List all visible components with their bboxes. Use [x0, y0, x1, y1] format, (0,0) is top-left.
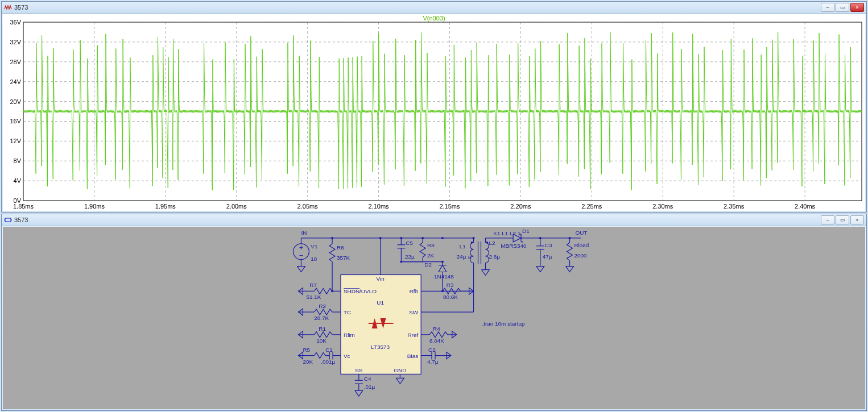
- pin-TC: TC: [344, 309, 351, 315]
- ground-icon: [396, 374, 404, 384]
- label: C3: [545, 242, 552, 248]
- component-Rload[interactable]: Rload 2000: [566, 238, 589, 272]
- schematic-titlebar[interactable]: 3573 – ▭ ×: [2, 214, 866, 226]
- svg-text:2.35ms: 2.35ms: [724, 203, 745, 210]
- label: L2: [489, 240, 495, 246]
- svg-text:2.20ms: 2.20ms: [510, 203, 531, 210]
- value: 47µ: [543, 253, 552, 260]
- label: R3: [447, 282, 454, 288]
- pin-SHDN: SHDN/UVLO: [344, 288, 377, 294]
- svg-text:2.15ms: 2.15ms: [439, 203, 460, 210]
- close-button[interactable]: ×: [850, 215, 864, 224]
- schematic-canvas[interactable]: Vin SHDN/UVLO TC Rlim Vc SS GND Bias Rre…: [3, 227, 865, 409]
- label: R4: [433, 326, 440, 332]
- net-IN[interactable]: IN: [301, 230, 307, 236]
- net-OUT[interactable]: OUT: [575, 230, 587, 236]
- svg-point-73: [441, 261, 444, 263]
- pin-Rlim: Rlim: [344, 332, 355, 338]
- label: L1: [460, 243, 466, 249]
- svg-text:24V: 24V: [10, 78, 21, 85]
- value: 80.6K: [443, 294, 458, 300]
- waveform-plot[interactable]: 0V4V8V12V16V20V24V28V32V36V1.85ms1.90ms1…: [3, 14, 865, 211]
- pin-Rfb: Rfb: [410, 288, 419, 294]
- component-C2[interactable]: C2 4.7µ: [421, 347, 451, 365]
- component-R1[interactable]: R1 10K: [298, 326, 341, 344]
- value: 24µ: [457, 253, 466, 260]
- value: 6.04K: [429, 338, 444, 344]
- label: D2: [424, 261, 432, 268]
- minimize-button[interactable]: –: [821, 3, 834, 12]
- svg-text:2.40ms: 2.40ms: [795, 203, 816, 210]
- svg-text:16V: 16V: [10, 118, 21, 124]
- component-C4[interactable]: C4 .01µ: [355, 374, 375, 396]
- pin-Rref: Rref: [407, 332, 418, 338]
- spice-directive[interactable]: .tran 10m startup: [482, 321, 524, 327]
- waveform-window: 3573 – ▭ × V(n003) 0V4V8V12V16V20V24V28V…: [1, 1, 867, 213]
- label: R7: [309, 282, 317, 288]
- svg-text:2.05ms: 2.05ms: [297, 203, 319, 210]
- svg-text:12V: 12V: [10, 138, 21, 144]
- svg-text:1.85ms: 1.85ms: [13, 203, 34, 210]
- component-R2[interactable]: R2 28.7K: [298, 303, 341, 321]
- label: R6: [337, 244, 344, 251]
- svg-text:20V: 20V: [10, 98, 21, 105]
- component-L2[interactable]: L2 2.6µ: [481, 238, 500, 276]
- maximize-button[interactable]: ▭: [836, 3, 849, 12]
- schematic-icon: [4, 217, 12, 223]
- pin-Vin: Vin: [377, 276, 385, 282]
- svg-text:28V: 28V: [10, 59, 21, 65]
- waveform-titlebar[interactable]: 3573 – ▭ ×: [2, 2, 866, 14]
- value: 4.7µ: [427, 359, 439, 365]
- minimize-button[interactable]: –: [821, 215, 834, 224]
- trace-legend[interactable]: V(n003): [423, 15, 445, 22]
- svg-text:36V: 36V: [10, 19, 21, 26]
- svg-text:2.25ms: 2.25ms: [581, 203, 602, 210]
- schematic-drawing[interactable]: Vin SHDN/UVLO TC Rlim Vc SS GND Bias Rre…: [3, 227, 865, 409]
- plot-area[interactable]: V(n003) 0V4V8V12V16V20V24V28V32V36V1.85m…: [3, 14, 865, 211]
- pin-Vc: Vc: [344, 353, 350, 359]
- svg-text:2.10ms: 2.10ms: [369, 203, 390, 210]
- label: D1: [522, 228, 530, 234]
- value: 28.7K: [314, 315, 329, 321]
- label: C4: [364, 376, 371, 382]
- waveform-title: 3573: [14, 4, 28, 11]
- waveform-icon: [4, 4, 12, 11]
- svg-point-75: [471, 242, 473, 244]
- schematic-title: 3573: [14, 217, 28, 223]
- close-button[interactable]: ×: [850, 3, 864, 12]
- pin-SW: SW: [409, 309, 419, 315]
- ground-icon: [481, 270, 489, 276]
- component-R4[interactable]: R4 6.04K: [421, 326, 457, 344]
- schematic-window: 3573 – ▭ × Vin SHDN/UVLO TC Rlim Vc SS G…: [1, 214, 867, 411]
- maximize-button[interactable]: ▭: [836, 215, 849, 224]
- component-C1[interactable]: C1 .001µ: [321, 347, 341, 365]
- component-C5[interactable]: C5 .22µ: [397, 238, 415, 263]
- component-L1[interactable]: L1 24µ a: [457, 238, 474, 312]
- ground-icon: [297, 267, 305, 272]
- svg-marker-71: [439, 265, 447, 272]
- value: .01µ: [364, 384, 375, 390]
- svg-text:2.30ms: 2.30ms: [652, 203, 673, 210]
- value: 1N4148: [434, 273, 454, 280]
- component-R3[interactable]: R3 80.6K: [443, 282, 474, 300]
- pin-Bias: Bias: [407, 353, 418, 359]
- svg-text:1.90ms: 1.90ms: [84, 203, 105, 210]
- label: C1: [325, 347, 333, 353]
- label: C5: [406, 240, 413, 246]
- svg-text:4V: 4V: [14, 177, 22, 184]
- svg-point-53: [441, 237, 444, 239]
- label: R1: [319, 326, 326, 332]
- svg-text:8V: 8V: [14, 157, 22, 164]
- chip-U1[interactable]: Vin SHDN/UVLO TC Rlim Vc SS GND Bias Rre…: [341, 274, 421, 374]
- component-V1[interactable]: V1 18: [294, 238, 318, 272]
- label: C2: [428, 347, 436, 353]
- svg-point-83: [486, 242, 489, 244]
- svg-rect-48: [369, 323, 394, 324]
- net-a: a: [468, 253, 472, 260]
- chip-ref: U1: [377, 299, 384, 306]
- component-R7[interactable]: R7 51.1K: [298, 282, 341, 300]
- value: 2.6µ: [489, 253, 500, 260]
- value: 20K: [303, 359, 313, 365]
- spice-coupling[interactable]: K1 L1 L2 1: [493, 230, 520, 236]
- component-C3[interactable]: C3 47µ: [536, 238, 552, 272]
